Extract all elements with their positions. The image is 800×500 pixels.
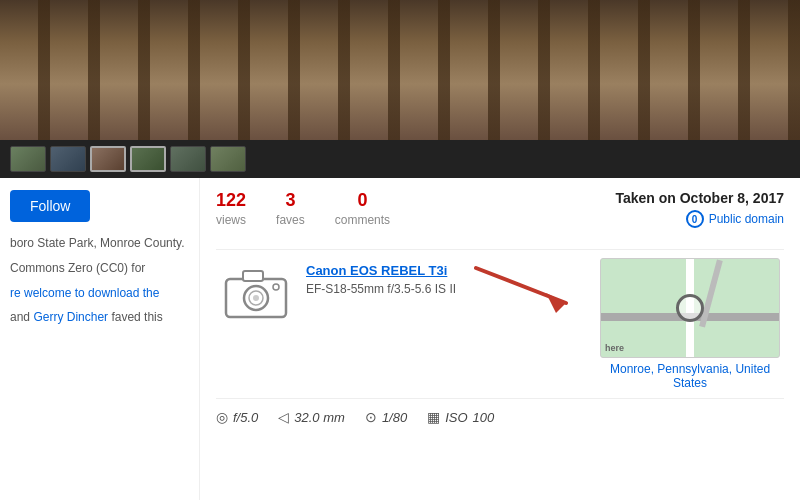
svg-marker-7	[546, 293, 566, 313]
taken-date: Taken on October 8, 2017	[615, 190, 784, 206]
iso-label: ISO	[445, 410, 467, 425]
comments-stat: 0 comments	[335, 190, 390, 227]
faved-user-link[interactable]: Gerry Dincher	[33, 310, 108, 324]
thumbnail-2[interactable]	[50, 146, 86, 172]
iso-value: 100	[473, 410, 495, 425]
shutter-stat: ⊙ 1/80	[365, 409, 407, 425]
camera-map-section: Canon EOS REBEL T3i EF-S18-55mm f/3.5-5.…	[216, 258, 784, 390]
location-link[interactable]: Monroe, Pennsylvania, United States	[596, 362, 784, 390]
follow-button[interactable]: Follow	[10, 190, 90, 222]
focal-length-icon: ◁	[278, 409, 289, 425]
left-sidebar: Follow boro State Park, Monroe County. C…	[0, 178, 200, 500]
stats-taken-row: 122 views 3 faves 0 comments Taken on Oc…	[216, 190, 784, 241]
thumbnail-4[interactable]	[130, 146, 166, 172]
camera-icon	[221, 263, 291, 323]
camera-model-link[interactable]: Canon EOS REBEL T3i	[306, 263, 447, 278]
iso-stat: ▦ ISO 100	[427, 409, 494, 425]
divider-2	[216, 398, 784, 399]
exif-stats: ◎ f/5.0 ◁ 32.0 mm ⊙ 1/80 ▦ ISO 100	[216, 409, 784, 425]
right-content: 122 views 3 faves 0 comments Taken on Oc…	[200, 178, 800, 500]
main-content: Follow boro State Park, Monroe County. C…	[0, 178, 800, 500]
aperture-value: f/5.0	[233, 410, 258, 425]
views-count: 122	[216, 190, 246, 211]
license-link[interactable]: re welcome to download the	[10, 286, 159, 300]
svg-point-5	[273, 284, 279, 290]
views-label: views	[216, 213, 246, 227]
camera-map-row: Canon EOS REBEL T3i EF-S18-55mm f/3.5-5.…	[216, 258, 784, 390]
aperture-stat: ◎ f/5.0	[216, 409, 258, 425]
focal-length-stat: ◁ 32.0 mm	[278, 409, 345, 425]
camera-lens: EF-S18-55mm f/3.5-5.6 IS II	[306, 282, 456, 296]
shutter-value: 1/80	[382, 410, 407, 425]
camera-icon-area	[216, 258, 296, 328]
iso-icon: ▦	[427, 409, 440, 425]
shutter-icon: ⊙	[365, 409, 377, 425]
location-text: boro State Park, Monroe County.	[10, 234, 189, 253]
thumbnail-3[interactable]	[90, 146, 126, 172]
stats-row: 122 views 3 faves 0 comments	[216, 190, 390, 227]
pd-icon: 0	[686, 210, 704, 228]
map-area[interactable]: here	[600, 258, 780, 358]
comments-label: comments	[335, 213, 390, 227]
thumbnail-6[interactable]	[210, 146, 246, 172]
arrow-container	[466, 258, 586, 318]
taken-info: Taken on October 8, 2017 0 Public domain	[615, 190, 784, 241]
thumbnail-1[interactable]	[10, 146, 46, 172]
views-stat: 122 views	[216, 190, 246, 227]
camera-details: Canon EOS REBEL T3i EF-S18-55mm f/3.5-5.…	[306, 258, 456, 296]
faves-label: faves	[276, 213, 305, 227]
map-here-label: here	[605, 343, 624, 353]
public-domain: 0 Public domain	[615, 210, 784, 228]
focal-length-value: 32.0 mm	[294, 410, 345, 425]
license-text: Commons Zero (CC0) for	[10, 259, 189, 278]
aperture-icon: ◎	[216, 409, 228, 425]
thumbnail-5[interactable]	[170, 146, 206, 172]
main-photo	[0, 0, 800, 140]
divider	[216, 249, 784, 250]
svg-rect-1	[243, 271, 263, 281]
map-marker	[676, 294, 704, 322]
faves-count: 3	[276, 190, 305, 211]
red-arrow-icon	[466, 258, 586, 318]
comments-count: 0	[335, 190, 390, 211]
public-domain-link[interactable]: Public domain	[709, 212, 784, 226]
svg-point-4	[253, 295, 259, 301]
faves-stat: 3 faves	[276, 190, 305, 227]
faved-text: and Gerry Dincher faved this	[10, 310, 189, 324]
map-wrapper: here Monroe, Pennsylvania, United States	[596, 258, 784, 390]
thumbnails-bar	[0, 140, 800, 178]
